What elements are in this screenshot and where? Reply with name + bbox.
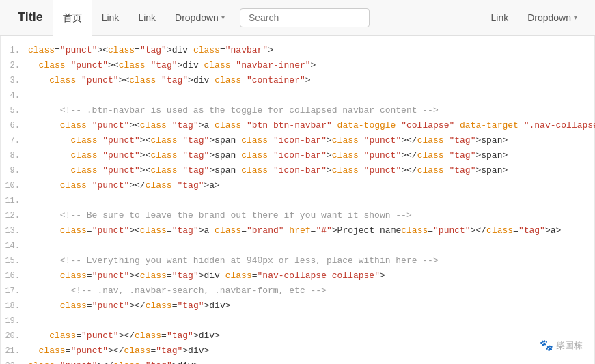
line-content: <!-- .btn-navbar is used as the toggle f… (28, 103, 594, 118)
line-content: <!-- Everything you want hidden at 940px… (28, 253, 594, 268)
line-number: 8. (1, 148, 28, 163)
code-line: 15. <!-- Everything you want hidden at 9… (1, 253, 594, 268)
code-line: 14. (1, 238, 594, 253)
code-line: 13. class="punct"><class="tag">a class="… (1, 223, 594, 238)
line-content: class="punct"><class="tag">div class="na… (28, 43, 594, 58)
line-content: class="punct"><class="tag">span class="i… (28, 148, 594, 163)
line-content: class="punct"></class="tag">div> (28, 359, 594, 364)
code-line: 11. (1, 193, 594, 208)
code-line: 8. class="punct"><class="tag">span class… (1, 148, 594, 163)
line-number: 4. (1, 88, 28, 103)
line-number: 6. (1, 118, 28, 133)
line-number: 14. (1, 238, 28, 253)
line-number: 9. (1, 163, 28, 178)
navbar: Title 首页 Link Link Dropdown ▾ Link Dropd… (0, 0, 595, 36)
line-content: class="punct"><class="tag">span class="i… (28, 133, 594, 148)
line-number: 15. (1, 253, 28, 268)
code-line: 21. class="punct"></class="tag">div> (1, 344, 594, 359)
line-number: 11. (1, 193, 28, 208)
line-number: 17. (1, 283, 28, 298)
line-content: class="punct"><class="tag">a class="btn … (28, 118, 595, 133)
code-line: 7. class="punct"><class="tag">span class… (1, 133, 594, 148)
line-content: <!-- .nav, .navbar-search, .navbar-form,… (28, 283, 594, 298)
code-line: 6. class="punct"><class="tag">a class="b… (1, 118, 594, 133)
line-content: class="punct"></class="tag">a> (28, 178, 594, 193)
line-number: 22. (1, 359, 28, 364)
code-line: 2. class="punct"><class="tag">div class=… (1, 58, 594, 73)
line-number: 1. (1, 43, 28, 58)
nav-item-dropdown-right[interactable]: Dropdown ▾ (518, 0, 587, 36)
line-number: 12. (1, 208, 28, 223)
line-number: 7. (1, 133, 28, 148)
code-line: 19. (1, 313, 594, 328)
line-number: 5. (1, 103, 28, 118)
watermark-text: 柴国栋 (556, 339, 583, 352)
code-line: 1.class="punct"><class="tag">div class="… (1, 43, 594, 58)
code-line: 5. <!-- .btn-navbar is used as the toggl… (1, 103, 594, 118)
line-content: <!-- Be sure to leave the brand out ther… (28, 208, 594, 223)
line-number: 16. (1, 268, 28, 283)
line-content: class="punct"></class="tag">div> (28, 298, 594, 313)
line-content: class="punct"><class="tag">div class="co… (28, 73, 594, 88)
nav-item-link1[interactable]: Link (92, 0, 129, 36)
dropdown1-arrow-icon: ▾ (221, 14, 225, 21)
line-number: 10. (1, 178, 28, 193)
code-line: 18. class="punct"></class="tag">div> (1, 298, 594, 313)
nav-brand[interactable]: Title (8, 0, 53, 36)
code-line: 12. <!-- Be sure to leave the brand out … (1, 208, 594, 223)
line-number: 21. (1, 344, 28, 359)
watermark: 🐾 柴国栋 (540, 339, 583, 352)
code-line: 16. class="punct"><class="tag">div class… (1, 268, 594, 283)
line-content: class="punct"><class="tag">a class="bran… (28, 223, 594, 238)
nav-item-home[interactable]: 首页 (53, 0, 92, 36)
code-area: 1.class="punct"><class="tag">div class="… (0, 36, 595, 364)
code-line: 17. <!-- .nav, .navbar-search, .navbar-f… (1, 283, 594, 298)
watermark-icon: 🐾 (540, 339, 553, 352)
code-line: 20. class="punct"></class="tag">div> (1, 328, 594, 344)
line-number: 13. (1, 223, 28, 238)
nav-right: Link Dropdown ▾ (481, 0, 587, 36)
line-number: 20. (1, 328, 28, 344)
line-content: class="punct"></class="tag">div> (28, 344, 594, 359)
line-content: class="punct"><class="tag">div class="na… (28, 58, 594, 73)
code-line: 22.class="punct"></class="tag">div> (1, 359, 594, 364)
line-number: 3. (1, 73, 28, 88)
code-line: 3. class="punct"><class="tag">div class=… (1, 73, 594, 88)
line-content: class="punct"></class="tag">div> (28, 328, 594, 344)
search-input[interactable] (240, 8, 370, 27)
line-number: 19. (1, 313, 28, 328)
dropdown2-arrow-icon: ▾ (574, 14, 577, 21)
line-content: class="punct"><class="tag">div class="na… (28, 268, 594, 283)
nav-item-link-right[interactable]: Link (481, 0, 518, 36)
code-line: 10. class="punct"></class="tag">a> (1, 178, 594, 193)
nav-item-dropdown1[interactable]: Dropdown ▾ (165, 0, 234, 36)
nav-item-link2[interactable]: Link (128, 0, 165, 36)
nav-search (240, 8, 370, 27)
line-content: class="punct"><class="tag">span class="i… (28, 163, 594, 178)
line-number: 2. (1, 58, 28, 73)
code-line: 9. class="punct"><class="tag">span class… (1, 163, 594, 178)
code-line: 4. (1, 88, 594, 103)
line-number: 18. (1, 298, 28, 313)
